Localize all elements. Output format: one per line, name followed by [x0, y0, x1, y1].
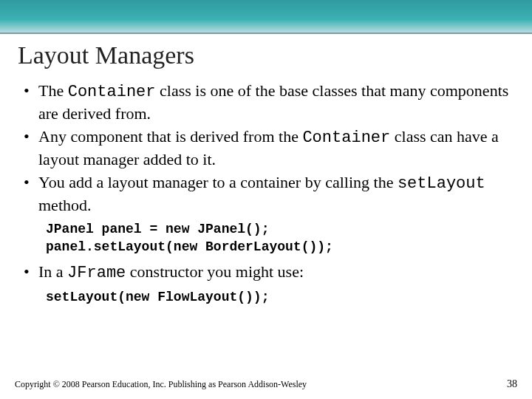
- inline-code: setLayout: [398, 174, 485, 193]
- bullet-text-pre: You add a layout manager to a container …: [38, 173, 398, 191]
- bullet-item: Any component that is derived from the C…: [24, 126, 511, 170]
- page-number: 38: [507, 378, 517, 390]
- header-divider: [0, 33, 532, 34]
- bullet-list: The Container class is one of the base c…: [24, 80, 511, 216]
- copyright-text: Copyright © 2008 Pearson Education, Inc.…: [15, 379, 307, 390]
- bullet-item: You add a layout manager to a container …: [24, 171, 511, 216]
- bullet-text-post: constructor you might use:: [126, 262, 304, 281]
- slide-footer: Copyright © 2008 Pearson Education, Inc.…: [15, 378, 517, 390]
- header-gradient-bar: [0, 0, 532, 33]
- code-block: JPanel panel = new JPanel(); panel.setLa…: [46, 220, 511, 256]
- code-line: JPanel panel = new JPanel();: [46, 222, 269, 236]
- code-block: setLayout(new FlowLayout());: [46, 288, 511, 306]
- bullet-list: In a JFrame constructor you might use:: [24, 261, 511, 284]
- inline-code: Container: [302, 129, 390, 147]
- inline-code: JFrame: [67, 264, 126, 282]
- bullet-text-pre: In a: [38, 262, 67, 281]
- inline-code: Container: [68, 83, 156, 101]
- bullet-text-post: method.: [38, 196, 92, 214]
- slide: Layout Managers The Container class is o…: [0, 0, 532, 399]
- bullet-text-pre: Any component that is derived from the: [38, 127, 302, 146]
- slide-title: Layout Managers: [0, 34, 532, 74]
- code-line: setLayout(new FlowLayout());: [46, 290, 269, 304]
- bullet-text-pre: The: [38, 81, 68, 100]
- code-line: panel.setLayout(new BorderLayout());: [46, 239, 333, 254]
- slide-content: The Container class is one of the base c…: [0, 74, 532, 306]
- bullet-item: The Container class is one of the base c…: [24, 80, 511, 124]
- bullet-item: In a JFrame constructor you might use:: [24, 261, 511, 284]
